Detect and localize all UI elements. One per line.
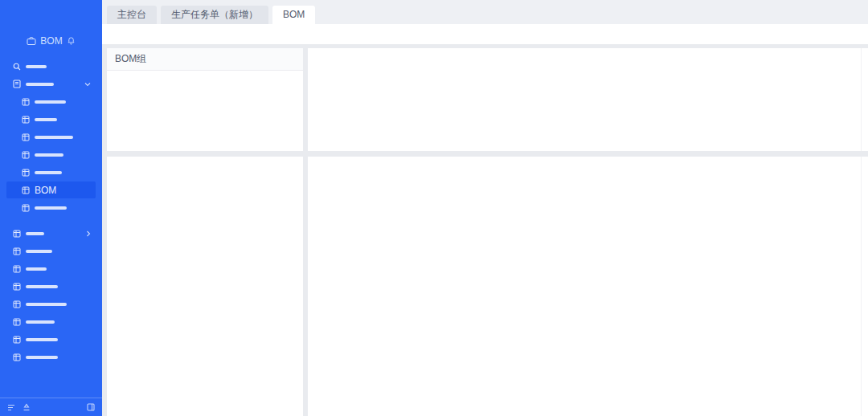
main-area: 主控台生产任务单（新增）BOM BOM组 [102,0,868,416]
menu-placeholder [26,232,44,235]
menu-placeholder [26,285,58,288]
sidebar-item[interactable] [6,313,96,330]
sidebar-header: BOM [0,35,102,47]
tab-bar: 主控台生产任务单（新增）BOM [102,0,868,24]
sidebar-subitem[interactable] [6,164,96,181]
sidebar-item-documents[interactable] [6,75,96,92]
chevron-right-icon [86,230,91,237]
chevron-down-icon [84,82,91,87]
upload-icon[interactable] [23,403,31,411]
menu-placeholder [35,100,66,104]
table-icon [13,230,21,238]
sidebar-nav: BOM [0,58,102,365]
table-icon [13,283,21,291]
sidebar-item[interactable] [6,349,96,365]
table-icon [22,204,30,212]
app-window: BOM [0,0,868,416]
sidebar-subitem[interactable] [6,128,96,145]
menu-placeholder [35,118,57,121]
sidebar-item[interactable] [6,225,96,242]
bell-icon[interactable] [67,36,76,46]
sidebar-item[interactable] [6,296,96,312]
tab-bom[interactable]: BOM [272,6,315,24]
scrollbar-track[interactable] [861,157,868,416]
table-icon [13,318,21,326]
table-icon [13,265,21,273]
bom-list-table-panel [107,157,303,416]
toolbar [102,24,868,44]
menu-placeholder [26,65,47,68]
menu-lines-icon[interactable] [7,404,15,411]
menu-placeholder [26,83,54,86]
bom-detail-table-panel [308,157,868,416]
tab-production-task[interactable]: 生产任务单（新增） [161,6,268,24]
table-icon [13,336,21,344]
search-icon [13,63,21,71]
menu-placeholder [26,338,58,341]
table-icon [22,151,30,159]
table-icon [22,133,30,141]
sidebar-footer [0,398,102,416]
sidebar-item-label: BOM [35,185,56,196]
sidebar-subitem[interactable] [6,146,96,163]
table-icon [22,98,30,106]
content-area: BOM组 [102,44,868,416]
sidebar-title: BOM [40,35,62,47]
sidebar-item[interactable] [6,331,96,348]
sidebar: BOM [0,0,102,416]
table-icon [22,116,30,124]
menu-placeholder [26,356,58,359]
sidebar-subitem[interactable] [6,199,96,216]
sidebar-subitem[interactable] [6,111,96,128]
sidebar-subitem[interactable] [6,93,96,110]
table-icon [22,169,30,177]
menu-placeholder [26,320,55,324]
sidebar-item[interactable] [6,243,96,259]
menu-placeholder [35,171,62,174]
sidebar-item[interactable] [6,278,96,295]
table-icon [13,353,21,361]
menu-placeholder [26,250,52,253]
menu-placeholder [26,267,47,271]
sidebar-item-bom[interactable]: BOM [6,181,96,198]
panel-toggle-icon[interactable] [87,403,95,411]
sidebar-item-search[interactable] [6,58,96,75]
bom-group-panel: BOM组 [107,48,303,151]
sidebar-item[interactable] [6,260,96,277]
menu-placeholder [35,136,73,139]
briefcase-icon [27,36,36,46]
table-icon [13,247,21,255]
scrollbar-track[interactable] [861,48,868,151]
bom-header-table-panel [308,48,868,151]
menu-placeholder [35,206,67,210]
menu-placeholder [26,303,67,306]
menu-placeholder [35,153,63,157]
document-icon [13,80,21,88]
bom-group-title: BOM组 [107,48,303,71]
table-icon [13,300,21,308]
tab-main-console[interactable]: 主控台 [107,6,157,24]
table-icon [22,186,30,194]
